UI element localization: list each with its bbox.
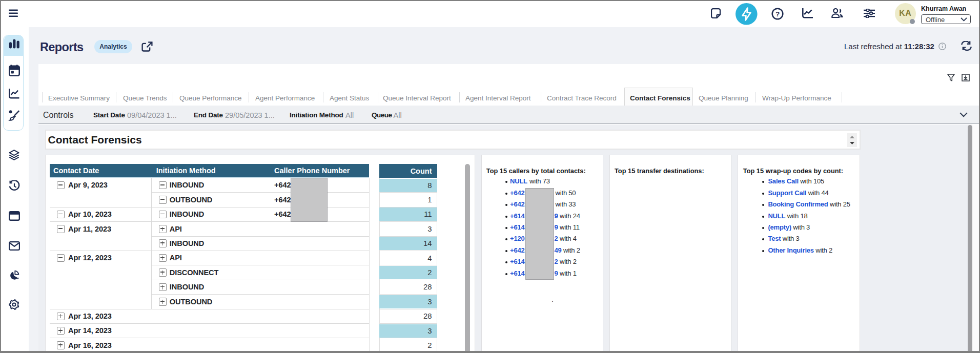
svg-text:?: ? — [775, 10, 780, 18]
